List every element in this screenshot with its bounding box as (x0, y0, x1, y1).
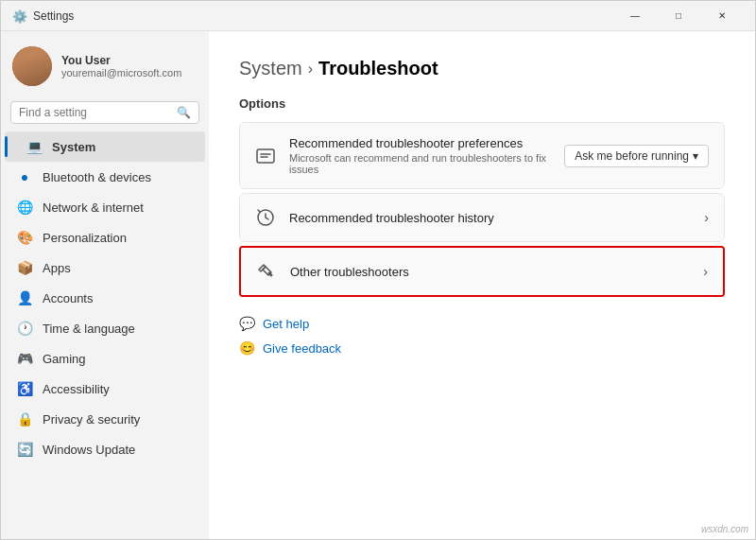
section-label: Options (239, 96, 725, 111)
card-row-other-troubleshooters[interactable]: Other troubleshooters › (241, 248, 723, 295)
sidebar-item-time[interactable]: 🕐 Time & language (5, 313, 205, 343)
search-input[interactable] (19, 106, 171, 119)
sidebar-item-apps[interactable]: 📦 Apps (5, 253, 205, 283)
privacy-icon: 🔒 (16, 410, 33, 427)
recommended-prefs-title: Recommended troubleshooter preferences (289, 136, 551, 150)
give-feedback-link[interactable]: 😊 Give feedback (239, 340, 725, 356)
content-area: System › Troubleshoot Options Recommen (209, 31, 755, 539)
close-button[interactable]: ✕ (700, 1, 744, 31)
sidebar-label-update: Windows Update (43, 443, 135, 457)
user-name: You User (61, 54, 181, 67)
give-feedback-icon: 😊 (239, 340, 255, 356)
sidebar-label-network: Network & internet (43, 200, 144, 215)
sidebar-item-gaming[interactable]: 🎮 Gaming (5, 343, 205, 374)
sidebar-label-bluetooth: Bluetooth & devices (43, 170, 151, 184)
sidebar-label-personalization: Personalization (43, 231, 127, 245)
titlebar-title: Settings (33, 9, 606, 23)
dropdown-chevron-icon: ▾ (693, 149, 698, 163)
user-info: You User youremail@microsoft.com (61, 54, 181, 78)
accessibility-icon: ♿ (16, 380, 33, 397)
get-help-label: Get help (263, 317, 309, 331)
card-recommended-history: Recommended troubleshooter history › (239, 193, 725, 242)
sidebar-label-gaming: Gaming (43, 352, 86, 366)
time-icon: 🕐 (16, 320, 33, 337)
update-icon: 🔄 (16, 441, 33, 458)
apps-icon: 📦 (16, 259, 33, 276)
recommended-history-text: Recommended troubleshooter history (289, 211, 691, 225)
sidebar-item-accounts[interactable]: 👤 Accounts (5, 283, 205, 313)
app-icon: ⚙️ (12, 9, 26, 23)
other-troubleshooters-icon (256, 261, 277, 282)
sidebar-label-system: System (52, 140, 95, 154)
sidebar-label-accounts: Accounts (43, 291, 93, 305)
sidebar-item-accessibility[interactable]: ♿ Accessibility (5, 374, 205, 404)
nav-item-wrapper-system: 💻 System (1, 131, 209, 162)
sidebar: You User youremail@microsoft.com 🔍 💻 Sys… (1, 31, 209, 539)
recommended-history-title: Recommended troubleshooter history (289, 211, 691, 225)
breadcrumb-chevron-icon: › (308, 61, 313, 78)
avatar (12, 46, 52, 86)
personalization-icon: 🎨 (16, 229, 33, 246)
titlebar: ⚙️ Settings — □ ✕ (1, 1, 755, 31)
sidebar-item-update[interactable]: 🔄 Windows Update (5, 434, 205, 464)
sidebar-label-apps: Apps (43, 261, 71, 275)
accounts-icon: 👤 (16, 289, 33, 306)
other-troubleshooters-text: Other troubleshooters (290, 265, 690, 279)
card-recommended-prefs: Recommended troubleshooter preferences M… (239, 122, 725, 189)
breadcrumb-current: Troubleshoot (318, 58, 438, 79)
user-email: youremail@microsoft.com (61, 67, 181, 78)
ask-me-dropdown[interactable]: Ask me before running ▾ (564, 145, 709, 167)
sidebar-item-privacy[interactable]: 🔒 Privacy & security (5, 404, 205, 434)
minimize-button[interactable]: — (613, 1, 657, 31)
sidebar-item-personalization[interactable]: 🎨 Personalization (5, 222, 205, 253)
sidebar-label-time: Time & language (43, 322, 135, 336)
network-icon: 🌐 (16, 199, 33, 216)
system-icon: 💻 (26, 138, 43, 155)
chevron-right-icon-2: › (703, 264, 708, 279)
recommended-prefs-text: Recommended troubleshooter preferences M… (289, 136, 551, 175)
card-row-recommended-history[interactable]: Recommended troubleshooter history › (240, 194, 724, 241)
user-profile[interactable]: You User youremail@microsoft.com (1, 31, 209, 97)
svg-rect-0 (257, 149, 274, 163)
ask-me-label: Ask me before running (575, 149, 689, 163)
settings-window: ⚙️ Settings — □ ✕ You User youremail@mic… (0, 0, 756, 540)
maximize-button[interactable]: □ (657, 1, 700, 31)
search-box[interactable]: 🔍 (10, 101, 199, 124)
get-help-icon: 💬 (239, 316, 255, 331)
sidebar-item-network[interactable]: 🌐 Network & internet (5, 192, 205, 222)
window-controls: — □ ✕ (613, 1, 744, 31)
get-help-link[interactable]: 💬 Get help (239, 316, 725, 331)
other-troubleshooters-title: Other troubleshooters (290, 265, 690, 279)
card-other-troubleshooters: Other troubleshooters › (239, 246, 725, 297)
chevron-right-icon: › (704, 210, 709, 225)
recommended-prefs-subtitle: Microsoft can recommend and run troubles… (289, 152, 551, 175)
sidebar-item-system[interactable]: 💻 System (5, 131, 205, 162)
card-row-recommended-prefs[interactable]: Recommended troubleshooter preferences M… (240, 123, 724, 188)
gaming-icon: 🎮 (16, 350, 33, 367)
breadcrumb-parent[interactable]: System (239, 58, 302, 79)
recommended-history-icon (255, 207, 276, 228)
bluetooth-icon: ● (16, 168, 33, 185)
main-content: You User youremail@microsoft.com 🔍 💻 Sys… (1, 31, 755, 539)
breadcrumb: System › Troubleshoot (239, 58, 725, 79)
give-feedback-label: Give feedback (263, 341, 341, 356)
recommended-prefs-icon (255, 146, 276, 166)
sidebar-label-privacy: Privacy & security (43, 412, 140, 427)
recommended-prefs-action: Ask me before running ▾ (564, 145, 709, 167)
sidebar-label-accessibility: Accessibility (43, 382, 110, 396)
watermark: wsxdn.com (701, 524, 748, 534)
search-icon: 🔍 (177, 106, 191, 119)
sidebar-item-bluetooth[interactable]: ● Bluetooth & devices (5, 162, 205, 192)
bottom-links: 💬 Get help 😊 Give feedback (239, 316, 725, 356)
